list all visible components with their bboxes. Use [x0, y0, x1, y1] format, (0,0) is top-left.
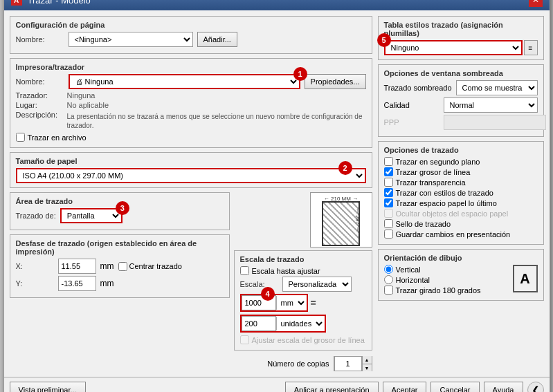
right-panel: Tabla estilos trazado (asignación plumil… [378, 16, 544, 371]
scale-row-2: unidades [240, 315, 366, 333]
main-dialog: A Trazar - Modelo ✕ Configuración de pág… [3, 0, 550, 392]
paper-size-title: Tamaño de papel [16, 157, 366, 165]
help-button[interactable]: Ayuda [484, 382, 523, 392]
x-input[interactable] [58, 259, 96, 274]
line-weight-label: Trazar grosor de línea [396, 168, 471, 176]
badge-2: 2 [338, 161, 352, 175]
fit-checkbox-row: Escala hasta ajustar [240, 266, 366, 275]
transparency-checkbox[interactable] [384, 178, 393, 187]
back-button[interactable]: ❮ [527, 382, 544, 392]
plot-area-section: Área de trazado Trazado de: Pantalla 3 [10, 192, 230, 351]
plot-from-select[interactable]: Pantalla [60, 208, 123, 223]
plot-styles-label: Trazar con estilos de trazado [396, 189, 493, 197]
hide-objects-checkbox[interactable] [384, 209, 393, 218]
plot-options-section: Opciones de trazado Trazar en segundo pl… [378, 141, 544, 245]
badge-1: 1 [293, 67, 307, 81]
bottom-buttons: Aplicar a presentación Aceptar Cancelar … [285, 382, 544, 392]
fit-checkbox[interactable] [240, 266, 249, 275]
location-value: No aplicable [67, 101, 109, 109]
printer-name-select[interactable]: 🖨 Ninguna [69, 74, 300, 89]
copies-label: Número de copias [267, 360, 329, 368]
ppp-label: PPP [384, 118, 439, 127]
hide-objects-row: Ocultar objetos del espacio papel [384, 209, 538, 218]
center-label: Centrar trazado [129, 262, 182, 270]
shaded-plot-select[interactable]: Como se muestra [456, 80, 538, 95]
scale-select[interactable]: Personalizada [282, 277, 352, 292]
properties-button[interactable]: Propiedades... [305, 74, 366, 89]
close-button[interactable]: ✕ [529, 0, 543, 7]
bg-plot-checkbox[interactable] [384, 157, 393, 166]
y-offset-row: Y: mm [16, 276, 224, 291]
page-config-section: Configuración de página Nombre: <Ninguna… [10, 16, 372, 54]
quality-select[interactable]: Normal [444, 97, 538, 113]
x-offset-row: X: mm Centrar trazado [16, 259, 224, 274]
copies-down-button[interactable]: ▼ [362, 364, 372, 371]
plot-offset-title: Desfase de trazado (origen establecido e… [16, 239, 224, 256]
shaded-viewport-title: Opciones de ventana sombreada [384, 69, 538, 77]
copies-up-button[interactable]: ▲ [362, 356, 372, 364]
style-table-select[interactable]: Ninguno [384, 40, 523, 55]
shaded-plot-label: Trazado sombreado [384, 84, 452, 92]
y-label: Y: [16, 279, 54, 288]
paper-space-row: Trazar espacio papel lo último [384, 198, 538, 207]
apply-button[interactable]: Aplicar a presentación [285, 382, 379, 392]
spinner-buttons: ▲ ▼ [362, 356, 372, 371]
rotate-row: Trazar girado 180 grados [384, 286, 481, 295]
copies-row: Número de copias ▲ ▼ [10, 356, 372, 371]
center-checkbox[interactable] [118, 262, 127, 271]
cancel-button[interactable]: Cancelar [430, 382, 479, 392]
scale-label: Escala: [240, 280, 278, 288]
copies-input[interactable] [334, 356, 362, 371]
save-changes-label: Guardar cambios en presentación [396, 230, 511, 239]
desc-row: Descripción: La presentación no se traza… [16, 111, 366, 131]
bottom-bar: Vista preliminar... Aplicar a presentaci… [4, 377, 550, 392]
scale-box: Escala de trazado Escala hasta ajustar E… [234, 250, 372, 351]
rotate-checkbox[interactable] [384, 286, 393, 295]
plot-styles-checkbox[interactable] [384, 188, 393, 197]
plot-stamp-checkbox[interactable] [384, 219, 393, 228]
style-table-edit-button[interactable]: ≡ [524, 40, 538, 55]
ok-button[interactable]: Aceptar [383, 382, 427, 392]
scale-input-group-2: unidades [240, 315, 326, 333]
save-changes-row: Guardar cambios en presentación [384, 230, 538, 239]
printer-name-label: Nombre: [16, 77, 64, 86]
paper-size-select[interactable]: ISO A4 (210.00 x 297.00 MM) [16, 168, 366, 183]
y-unit: mm [100, 279, 114, 288]
scale-unit-select-1[interactable]: mm [276, 296, 307, 310]
preview-button[interactable]: Vista preliminar... [10, 382, 86, 392]
scale-inputs-container: 4 mm = [240, 294, 366, 333]
plot-from-label: Trazado de: [16, 212, 56, 220]
add-button[interactable]: Añadir... [197, 32, 237, 47]
location-row: Lugar: No aplicable [16, 101, 366, 109]
archive-checkbox[interactable] [16, 133, 25, 142]
save-changes-checkbox[interactable] [384, 230, 393, 239]
orientation-options: Orientación de dibujo Vertical Horizonta… [384, 254, 481, 296]
line-weight-checkbox[interactable] [384, 167, 393, 176]
line-weight-row: Trazar grosor de línea [384, 167, 538, 176]
ppp-input [444, 115, 546, 130]
archive-row: Trazar en archivo [16, 133, 366, 142]
shaded-viewport-section: Opciones de ventana sombreada Trazado so… [378, 64, 544, 137]
plot-styles-row: Trazar con estilos de trazado [384, 188, 538, 197]
title-bar-left: A Trazar - Modelo [11, 0, 91, 6]
lineweight-checkbox[interactable] [240, 335, 249, 344]
scale-row-1: mm = [240, 294, 366, 312]
bg-plot-label: Trazar en segundo plano [396, 158, 480, 166]
page-name-select[interactable]: <Ninguna> [69, 32, 193, 47]
badge-5: 5 [377, 33, 391, 47]
y-input[interactable] [58, 276, 96, 291]
preview-container: ← 210 MM → ← 297 → [234, 192, 372, 248]
transparency-label: Trazar transparencia [396, 178, 466, 187]
paper-space-checkbox[interactable] [384, 198, 393, 207]
scale-unit-select-2[interactable]: unidades [276, 317, 325, 330]
plot-options-title: Opciones de trazado [384, 146, 538, 154]
horizontal-radio[interactable] [384, 275, 393, 284]
dialog-content: Configuración de página Nombre: <Ninguna… [4, 10, 550, 377]
vertical-radio[interactable] [384, 265, 393, 274]
printer-section-title: Impresora/trazador [16, 63, 366, 71]
scale-units-input[interactable] [242, 316, 276, 331]
printer-section: Impresora/trazador Nombre: 🖨 Ninguna 1 P… [10, 58, 372, 148]
quality-row: Calidad Normal [384, 97, 538, 113]
hide-objects-label: Ocultar objetos del espacio papel [396, 209, 509, 218]
desc-label: Descripción: [16, 111, 64, 131]
